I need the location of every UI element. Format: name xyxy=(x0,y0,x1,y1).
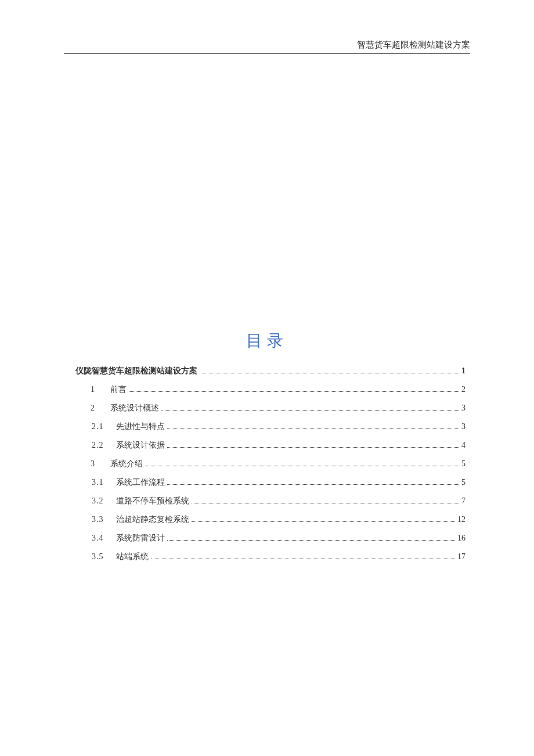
toc-entry[interactable]: 3.1系统工作流程5 xyxy=(92,477,466,488)
toc-container: 仪陇智慧货车超限检测站建设方案11前言22系统设计概述32.1先进性与特点32.… xyxy=(75,366,466,570)
toc-title: 目录 xyxy=(0,330,534,352)
toc-page: 3 xyxy=(461,422,466,431)
toc-leader-dots xyxy=(167,447,459,448)
toc-number: 2 xyxy=(91,404,110,413)
toc-leader-dots xyxy=(129,391,459,392)
toc-page: 5 xyxy=(461,459,466,469)
toc-leader-dots xyxy=(161,410,459,411)
header-underline xyxy=(64,53,470,54)
toc-entry[interactable]: 3.2道路不停车预检系统7 xyxy=(92,496,466,506)
toc-text: 道路不停车预检系统 xyxy=(116,496,189,506)
toc-text: 治超站静态复检系统 xyxy=(116,514,189,525)
toc-text: 站端系统 xyxy=(116,552,149,562)
toc-leader-dots xyxy=(167,484,459,485)
toc-number: 1 xyxy=(91,385,110,394)
toc-leader-dots xyxy=(151,559,455,559)
toc-entry[interactable]: 2.2系统设计依据4 xyxy=(92,440,466,451)
toc-text: 系统防雷设计 xyxy=(116,533,165,543)
toc-text: 前言 xyxy=(110,384,127,395)
toc-leader-dots xyxy=(192,503,459,503)
toc-text: 系统设计概述 xyxy=(110,403,159,413)
toc-leader-dots xyxy=(145,466,459,466)
toc-leader-dots xyxy=(192,521,455,522)
toc-entry[interactable]: 3.5站端系统17 xyxy=(92,552,466,562)
toc-entry[interactable]: 3.4系统防雷设计16 xyxy=(92,533,466,543)
toc-page: 4 xyxy=(461,441,466,450)
toc-page: 17 xyxy=(457,552,466,561)
toc-number: 2.2 xyxy=(92,441,116,450)
header-text: 智慧货车超限检测站建设方案 xyxy=(357,40,470,49)
toc-page: 16 xyxy=(457,534,466,543)
toc-entry[interactable]: 3.3治超站静态复检系统12 xyxy=(92,514,466,525)
toc-number: 2.1 xyxy=(92,422,116,431)
toc-number: 3 xyxy=(91,459,110,469)
toc-page: 5 xyxy=(461,478,466,487)
toc-number: 3.1 xyxy=(92,478,116,487)
toc-number: 3.5 xyxy=(92,552,116,561)
toc-leader-dots xyxy=(167,429,459,429)
toc-number: 3.2 xyxy=(92,496,116,506)
toc-text: 系统介绍 xyxy=(110,459,143,469)
toc-page: 2 xyxy=(461,385,466,394)
toc-entry[interactable]: 1前言2 xyxy=(91,384,466,395)
toc-number: 3.4 xyxy=(92,534,116,543)
toc-text: 仪陇智慧货车超限检测站建设方案 xyxy=(75,366,197,376)
toc-entry[interactable]: 仪陇智慧货车超限检测站建设方案1 xyxy=(75,366,466,376)
toc-page: 7 xyxy=(461,496,466,506)
toc-entry[interactable]: 2系统设计概述3 xyxy=(91,403,466,413)
toc-leader-dots xyxy=(167,540,455,541)
toc-page: 12 xyxy=(457,515,466,524)
toc-text: 系统设计依据 xyxy=(116,440,165,451)
toc-entry[interactable]: 3系统介绍5 xyxy=(91,459,466,469)
toc-page: 1 xyxy=(461,366,466,376)
toc-text: 系统工作流程 xyxy=(116,477,165,488)
toc-number: 3.3 xyxy=(92,515,116,524)
toc-text: 先进性与特点 xyxy=(116,422,165,432)
toc-leader-dots xyxy=(200,373,459,373)
toc-page: 3 xyxy=(461,404,466,413)
toc-entry[interactable]: 2.1先进性与特点3 xyxy=(92,422,466,432)
page-header: 智慧货车超限检测站建设方案 xyxy=(357,39,470,51)
